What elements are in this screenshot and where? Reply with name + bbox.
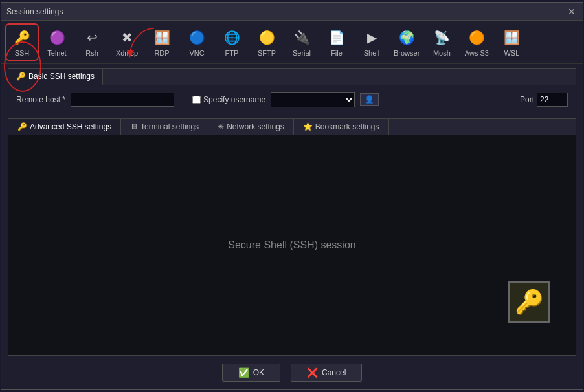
protocol-item-ssh[interactable]: 🔑 SSH	[5, 23, 39, 61]
session-type-label: Secure Shell (SSH) session	[228, 239, 355, 251]
protocol-item-ftp[interactable]: 🌐 FTP	[215, 25, 249, 60]
browser-icon: 🌍	[396, 27, 417, 48]
cancel-label: Cancel	[322, 368, 346, 377]
protocol-item-mosh[interactable]: 📡 Mosh	[425, 25, 458, 60]
network-tab-label: Network settings	[227, 122, 284, 131]
tab-basic-ssh[interactable]: 🔑 Basic SSH settings	[8, 69, 103, 85]
shell-label: Shell	[364, 49, 379, 57]
telnet-icon: 🟣	[47, 27, 67, 48]
ssh-icon: 🔑	[12, 27, 32, 48]
protocol-item-rdp[interactable]: 🪟 RDP	[145, 25, 179, 60]
xdmcp-label: Xdmcp	[116, 49, 138, 57]
specify-username-group: Specify username	[192, 95, 265, 104]
port-group: Port	[520, 93, 568, 107]
ok-button[interactable]: ✅ OK	[222, 364, 280, 382]
main-panel: Secure Shell (SSH) session 🔑	[8, 135, 576, 355]
advanced-tab-bar: 🔑 Advanced SSH settings🖥 Terminal settin…	[8, 119, 576, 135]
wsl-label: WSL	[504, 49, 519, 57]
advanced-ssh-tab-icon: 🔑	[17, 122, 27, 131]
ok-label: OK	[253, 368, 264, 377]
cancel-icon: ❌	[307, 367, 318, 378]
protocol-item-serial[interactable]: 🔌 Serial	[285, 25, 319, 60]
mosh-icon: 📡	[431, 27, 452, 48]
rdp-icon: 🪟	[152, 27, 172, 48]
vnc-label: VNC	[189, 49, 204, 57]
key-icon: 🔑	[515, 289, 544, 316]
close-button[interactable]: ✕	[566, 6, 578, 17]
shell-icon: ▶	[361, 27, 382, 48]
port-label: Port	[520, 95, 534, 104]
terminal-tab-label: Terminal settings	[140, 122, 199, 131]
username-dropdown[interactable]	[271, 92, 355, 107]
window-title: Session settings	[6, 7, 63, 16]
cancel-button[interactable]: ❌ Cancel	[291, 364, 362, 382]
title-bar: Session settings ✕	[1, 3, 583, 21]
basic-ssh-tab-icon: 🔑	[16, 72, 26, 81]
specify-username-label: Specify username	[203, 95, 265, 104]
key-icon-box: 🔑	[508, 281, 550, 323]
basic-ssh-tab-label: Basic SSH settings	[28, 72, 95, 81]
tab-advanced-ssh[interactable]: 🔑 Advanced SSH settings	[8, 119, 121, 135]
protocol-item-browser[interactable]: 🌍 Browser	[390, 25, 423, 60]
specify-username-checkbox[interactable]	[192, 96, 201, 104]
bookmark-tab-label: Bookmark settings	[315, 122, 379, 131]
protocol-item-rsh[interactable]: ↩ Rsh	[75, 25, 109, 60]
serial-icon: 🔌	[291, 27, 312, 48]
rdp-label: RDP	[154, 49, 169, 57]
terminal-tab-icon: 🖥	[130, 122, 138, 131]
basic-settings-content: Remote host * Specify username 👤 Port	[8, 85, 576, 114]
protocol-item-wsl[interactable]: 🪟 WSL	[495, 25, 528, 60]
advanced-ssh-tab-label: Advanced SSH settings	[30, 122, 111, 131]
file-label: File	[331, 49, 343, 57]
port-input[interactable]	[537, 93, 568, 107]
protocol-bar: 🔑 SSH 🟣 Telnet ↩ Rsh ✖ Xdmcp 🪟 RDP 🔵 VNC…	[1, 21, 583, 64]
protocol-item-telnet[interactable]: 🟣 Telnet	[40, 25, 74, 60]
protocol-item-sftp[interactable]: 🟡 SFTP	[250, 25, 284, 60]
awss3-label: Aws S3	[465, 49, 489, 57]
ssh-label: SSH	[15, 49, 30, 57]
tab-network[interactable]: ✳ Network settings	[208, 119, 294, 135]
protocol-item-awss3[interactable]: 🟠 Aws S3	[460, 25, 493, 60]
rsh-icon: ↩	[82, 27, 102, 48]
bookmark-tab-icon: ⭐	[303, 122, 313, 131]
mosh-label: Mosh	[433, 49, 451, 57]
ftp-label: FTP	[225, 49, 239, 57]
protocol-item-shell[interactable]: ▶ Shell	[355, 25, 388, 60]
browser-label: Browser	[394, 49, 420, 57]
remote-host-label: Remote host *	[16, 95, 65, 104]
ftp-icon: 🌐	[221, 27, 242, 48]
network-tab-icon: ✳	[218, 122, 224, 131]
serial-label: Serial	[293, 49, 311, 57]
tab-bookmark[interactable]: ⭐ Bookmark settings	[294, 119, 389, 135]
basic-settings-panel: 🔑 Basic SSH settings Remote host * Speci…	[8, 68, 576, 114]
file-icon: 📄	[326, 27, 347, 48]
session-settings-dialog: Session settings ✕ 🔑 SSH 🟣 Telnet ↩ Rsh …	[1, 2, 583, 390]
rsh-label: Rsh	[85, 49, 98, 57]
protocol-item-file[interactable]: 📄 File	[320, 25, 354, 60]
basic-tab-bar: 🔑 Basic SSH settings	[8, 69, 576, 85]
ok-icon: ✅	[238, 367, 249, 378]
user-icon-button[interactable]: 👤	[360, 93, 379, 106]
wsl-icon: 🪟	[501, 27, 522, 48]
protocol-item-xdmcp[interactable]: ✖ Xdmcp	[110, 25, 144, 60]
telnet-label: Telnet	[47, 49, 66, 57]
sftp-icon: 🟡	[256, 27, 277, 48]
vnc-icon: 🔵	[186, 27, 207, 48]
advanced-area: 🔑 Advanced SSH settings🖥 Terminal settin…	[8, 118, 576, 356]
xdmcp-icon: ✖	[117, 27, 137, 48]
sftp-label: SFTP	[258, 49, 276, 57]
remote-host-input[interactable]	[71, 93, 174, 107]
bottom-bar: ✅ OK ❌ Cancel	[1, 356, 583, 389]
awss3-icon: 🟠	[466, 27, 487, 48]
protocol-item-vnc[interactable]: 🔵 VNC	[180, 25, 214, 60]
tab-terminal[interactable]: 🖥 Terminal settings	[121, 119, 208, 135]
